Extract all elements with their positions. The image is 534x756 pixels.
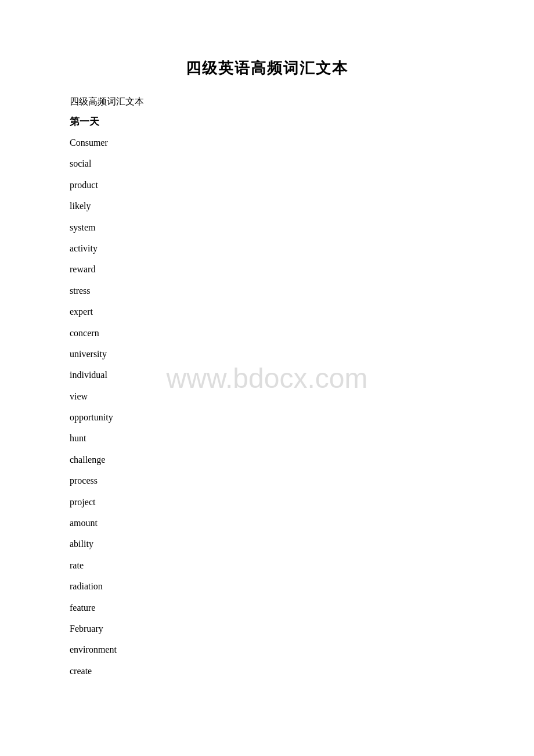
word-item: rate — [70, 559, 464, 572]
section-header: 第一天 — [70, 115, 464, 128]
word-item: stress — [70, 285, 464, 297]
word-item: concern — [70, 327, 464, 340]
word-item: social — [70, 157, 464, 170]
word-item: system — [70, 221, 464, 234]
word-item: amount — [70, 517, 464, 530]
word-item: expert — [70, 305, 464, 318]
word-item: environment — [70, 643, 464, 656]
word-item: challenge — [70, 453, 464, 466]
word-item: opportunity — [70, 411, 464, 424]
word-item: individual — [70, 369, 464, 381]
word-list: Consumersocialproductlikelysystemactivit… — [70, 136, 464, 678]
word-item: create — [70, 665, 464, 678]
word-item: university — [70, 348, 464, 361]
subtitle: 四级高频词汇文本 — [70, 96, 464, 108]
word-item: February — [70, 622, 464, 635]
word-item: view — [70, 390, 464, 403]
page-title: 四级英语高频词汇文本 — [70, 58, 464, 78]
word-item: process — [70, 474, 464, 487]
word-item: project — [70, 496, 464, 509]
word-item: Consumer — [70, 136, 464, 149]
word-item: ability — [70, 538, 464, 550]
word-item: hunt — [70, 432, 464, 445]
word-item: radiation — [70, 580, 464, 593]
word-item: reward — [70, 263, 464, 276]
word-item: feature — [70, 602, 464, 614]
word-item: product — [70, 179, 464, 192]
word-item: activity — [70, 242, 464, 255]
word-item: likely — [70, 200, 464, 213]
